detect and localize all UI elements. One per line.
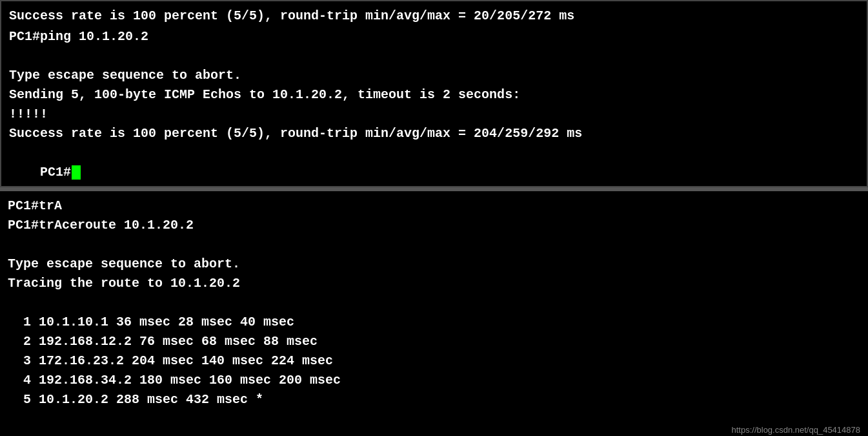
bottom-line-8: 2 192.168.12.2 76 msec 68 msec 88 msec [8,332,860,351]
terminal-top-panel: Success rate is 100 percent (5/5), round… [0,0,868,187]
bottom-line-10: 4 192.168.34.2 180 msec 160 msec 200 mse… [8,371,860,390]
bottom-line-5: Tracing the route to 10.1.20.2 [8,274,860,293]
terminal-line-1: PC1#ping 10.1.20.2 [9,27,859,47]
terminal-line-blank-1 [9,47,859,66]
cursor-block [72,165,81,180]
bottom-line-11: 5 10.1.20.2 288 msec 432 msec * [8,390,860,410]
terminal-line-7: PC1# [9,143,859,187]
terminal-line-5: !!!!! [9,105,859,124]
bottom-line-blank [8,235,860,254]
terminal-line-overflow: Success rate is 100 percent (5/5), round… [9,6,859,26]
bottom-line-2: PC1#trAceroute 10.1.20.2 [8,216,860,235]
watermark: https://blog.csdn.net/qq_45414878 [732,425,861,435]
terminal-line-3: Type escape sequence to abort. [9,66,859,85]
terminal-line-6: Success rate is 100 percent (5/5), round… [9,124,859,143]
bottom-line-4: Type escape sequence to abort. [8,254,860,274]
bottom-line-1: PC1#trA [8,196,860,216]
terminal-line-4: Sending 5, 100-byte ICMP Echos to 10.1.2… [9,85,859,105]
bottom-line-7: 1 10.1.10.1 36 msec 28 msec 40 msec [8,313,860,332]
terminal-bottom-panel: PC1#trA PC1#trAceroute 10.1.20.2 Type es… [0,191,868,436]
prompt-text: PC1# [40,165,71,180]
bottom-line-9: 3 172.16.23.2 204 msec 140 msec 224 msec [8,351,860,371]
bottom-line-blank2 [8,293,860,313]
